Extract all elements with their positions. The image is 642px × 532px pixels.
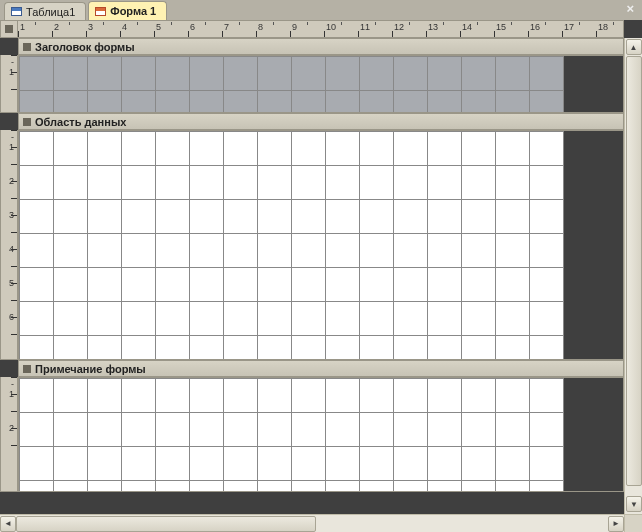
scroll-corner (624, 514, 642, 532)
ruler-tick: 4 (1, 249, 17, 266)
ruler-tick: 16 (528, 21, 562, 37)
horizontal-scrollbar[interactable]: ◄ ► (0, 514, 624, 532)
ruler-tick: 2 (1, 181, 17, 198)
section-canvas-detail[interactable] (18, 130, 624, 360)
section-bar-header[interactable]: Заголовок формы (18, 38, 624, 55)
tab-label: Таблица1 (26, 6, 75, 18)
section-selector-icon (23, 118, 31, 126)
ruler-tick: 14 (460, 21, 494, 37)
section-title: Примечание формы (35, 363, 146, 375)
ruler-tick: 3 (86, 21, 120, 37)
empty-area (18, 492, 624, 514)
scroll-up-button[interactable]: ▲ (626, 39, 642, 55)
ruler-tick: 10 (324, 21, 358, 37)
ruler-tick: - (1, 89, 17, 106)
section-title: Заголовок формы (35, 41, 135, 53)
section-selector-icon (23, 43, 31, 51)
ruler-tick: - (1, 445, 17, 462)
scroll-left-button[interactable]: ◄ (0, 516, 16, 532)
table-icon (11, 7, 22, 16)
ruler-tick: 6 (1, 317, 17, 334)
tab-label: Форма 1 (110, 5, 156, 17)
ruler-tick: 6 (188, 21, 222, 37)
vertical-ruler-header[interactable]: -1- (0, 55, 18, 113)
document-tabs: Таблица1 Форма 1 × (0, 0, 642, 20)
tab-table[interactable]: Таблица1 (4, 2, 86, 20)
scroll-thumb-v[interactable] (626, 56, 642, 486)
ruler-tick: 1 (1, 72, 17, 89)
vertical-ruler-footer[interactable]: -1-2- (0, 377, 18, 492)
close-icon[interactable]: × (626, 2, 634, 16)
ruler-tick: 13 (426, 21, 460, 37)
ruler-tick: 11 (358, 21, 392, 37)
ruler-tick: 12 (392, 21, 426, 37)
ruler-tick: - (1, 334, 17, 351)
ruler-tick: 1 (1, 394, 17, 411)
ruler-tick: 1 (1, 147, 17, 164)
section-canvas-footer[interactable] (18, 377, 624, 492)
ruler-tick: 2 (1, 428, 17, 445)
vertical-scrollbar[interactable]: ▲ ▼ (624, 38, 642, 514)
ruler-tick: 9 (290, 21, 324, 37)
vertical-ruler-detail[interactable]: -1-2-3-4-5-6- (0, 130, 18, 360)
ruler-tick: 2 (52, 21, 86, 37)
ruler-tick: 5 (154, 21, 188, 37)
form-selector[interactable] (0, 20, 18, 38)
horizontal-ruler[interactable]: 123456789101112131415161718 (18, 20, 624, 38)
ruler-tick: 4 (120, 21, 154, 37)
section-title: Область данных (35, 116, 126, 128)
ruler-tick: 5 (1, 283, 17, 300)
ruler-tick: 3 (1, 215, 17, 232)
scroll-right-button[interactable]: ► (608, 516, 624, 532)
ruler-tick: 1 (18, 21, 52, 37)
ruler-tick: 18 (596, 21, 624, 37)
ruler-tick: 7 (222, 21, 256, 37)
ruler-tick: 8 (256, 21, 290, 37)
form-designer: 123456789101112131415161718 Заголовок фо… (0, 20, 642, 532)
section-bar-footer[interactable]: Примечание формы (18, 360, 624, 377)
ruler-tick: 17 (562, 21, 596, 37)
form-icon (95, 7, 106, 16)
scroll-thumb-h[interactable] (16, 516, 316, 532)
ruler-tick: 15 (494, 21, 528, 37)
section-selector-icon (23, 365, 31, 373)
tab-form[interactable]: Форма 1 (88, 1, 167, 20)
section-bar-detail[interactable]: Область данных (18, 113, 624, 130)
scroll-down-button[interactable]: ▼ (626, 496, 642, 512)
section-canvas-header[interactable] (18, 55, 624, 113)
